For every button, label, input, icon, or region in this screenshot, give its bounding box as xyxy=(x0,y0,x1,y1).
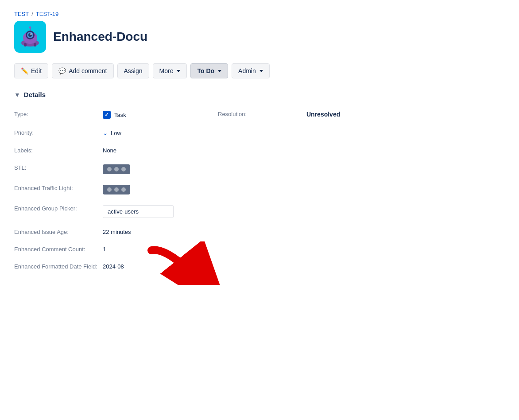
admin-chevron-icon xyxy=(260,70,263,72)
edit-icon: ✏️ xyxy=(21,67,28,74)
labels-value: None xyxy=(103,142,218,158)
resolution-label: Resolution: xyxy=(218,105,306,122)
resolution-value: Unresolved xyxy=(306,105,505,122)
more-button[interactable]: More xyxy=(153,63,187,78)
group-picker-label: Enhanced Group Picker: xyxy=(14,200,103,216)
traffic-dot-1 xyxy=(107,187,112,192)
date-field-value: 2024-08 xyxy=(103,258,218,274)
type-value: Task xyxy=(103,105,218,123)
status-chevron-icon xyxy=(218,70,221,72)
issue-title: Enhanced-Docu xyxy=(53,30,147,44)
add-comment-button[interactable]: 💬 Add comment xyxy=(52,63,113,78)
admin-button[interactable]: Admin xyxy=(232,63,270,78)
breadcrumb: TEST / TEST-19 xyxy=(14,11,505,17)
stl-dot-1 xyxy=(107,167,112,171)
edit-button[interactable]: ✏️ Edit xyxy=(14,63,48,78)
traffic-dot-2 xyxy=(114,187,119,192)
priority-value: ⌄ Low xyxy=(103,124,218,141)
labels-label: Labels: xyxy=(14,142,103,158)
issue-age-label: Enhanced Issue Age: xyxy=(14,223,103,240)
details-section: ▼ Details Type: Task Resolution: Unresol… xyxy=(14,91,505,274)
stl-dot-3 xyxy=(121,167,126,171)
comment-count-label: Enhanced Comment Count: xyxy=(14,241,103,257)
stl-dots xyxy=(103,164,130,174)
status-button[interactable]: To Do xyxy=(190,63,228,78)
issue-icon xyxy=(14,21,46,53)
svg-rect-2 xyxy=(34,43,36,47)
details-grid: Type: Task Resolution: Unresolved Priori… xyxy=(14,105,505,274)
traffic-light-label: Enhanced Traffic Light: xyxy=(14,179,103,196)
comment-icon: 💬 xyxy=(58,67,66,74)
task-checkbox-icon xyxy=(103,111,111,119)
traffic-light-value xyxy=(103,179,218,199)
toolbar: ✏️ Edit 💬 Add comment Assign More To Do … xyxy=(14,63,505,78)
group-picker-input[interactable]: active-users xyxy=(103,205,174,218)
stl-label: STL: xyxy=(14,159,103,175)
date-field-label: Enhanced Formatted Date Field: xyxy=(14,258,103,274)
breadcrumb-issue-id[interactable]: TEST-19 xyxy=(36,11,58,17)
breadcrumb-project[interactable]: TEST xyxy=(14,11,29,17)
group-picker-value: active-users xyxy=(103,200,218,222)
issue-age-value: 22 minutes xyxy=(103,223,218,240)
assign-button[interactable]: Assign xyxy=(117,63,149,78)
priority-label: Priority: xyxy=(14,124,103,140)
svg-point-7 xyxy=(30,33,32,35)
svg-rect-1 xyxy=(24,43,27,47)
breadcrumb-separator: / xyxy=(31,11,33,17)
traffic-dot-3 xyxy=(121,187,126,192)
comment-count-value: 1 xyxy=(103,241,218,257)
more-chevron-icon xyxy=(177,70,180,72)
details-header[interactable]: ▼ Details xyxy=(14,91,505,98)
stl-value xyxy=(103,159,218,179)
svg-point-9 xyxy=(29,27,31,29)
type-label: Type: xyxy=(14,105,103,122)
stl-dot-2 xyxy=(114,167,119,171)
details-title: Details xyxy=(24,91,46,98)
issue-header: Enhanced-Docu xyxy=(14,21,505,53)
traffic-light-dots xyxy=(103,185,130,194)
details-toggle-icon: ▼ xyxy=(14,91,20,98)
priority-icon: ⌄ xyxy=(103,129,108,136)
project-logo xyxy=(18,24,43,49)
